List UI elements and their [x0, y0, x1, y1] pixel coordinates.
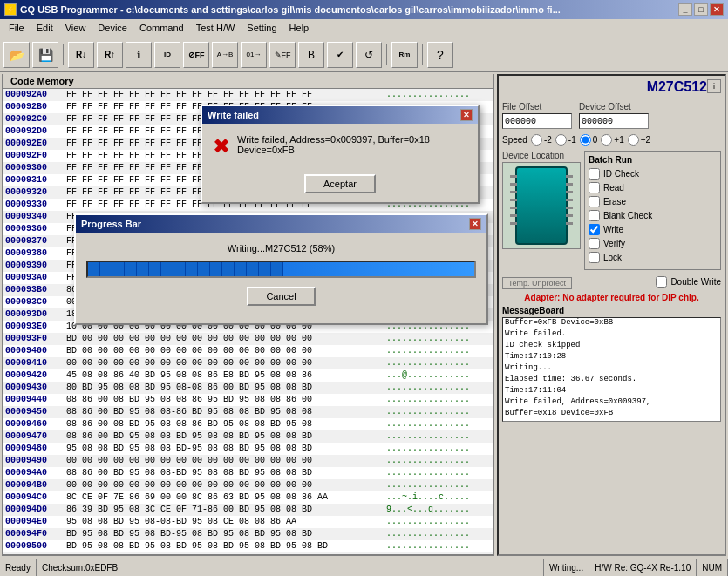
erase-btn[interactable]: ⊘FF — [183, 42, 209, 68]
speed-minus1[interactable] — [555, 134, 567, 146]
verify-btn[interactable]: ✔ — [327, 42, 353, 68]
speed-plus2[interactable] — [628, 134, 639, 146]
code-address: 000092D0 — [5, 125, 66, 138]
minimize-btn[interactable]: _ — [678, 3, 692, 16]
double-write-check[interactable] — [656, 276, 667, 288]
progress-segment — [161, 262, 173, 276]
code-ascii: ................ — [386, 467, 491, 479]
save-btn[interactable]: 💾 — [32, 42, 58, 68]
batch-write[interactable] — [589, 224, 600, 235]
write-failed-dialog: Write failed ✕ ✖ Write failed, Address=0… — [201, 105, 480, 204]
open-file-btn[interactable]: 📂 — [3, 42, 30, 68]
read-btn2[interactable]: R↑ — [97, 42, 123, 68]
code-address: 00009310 — [5, 174, 66, 186]
code-ascii: ................ — [386, 528, 491, 540]
code-address: 00009500 — [5, 540, 66, 552]
batch-id-check[interactable] — [589, 168, 600, 180]
temp-unprotect-btn[interactable]: Temp. Unprotect — [502, 277, 572, 289]
code-address: 000093A0 — [5, 272, 66, 284]
progress-close-btn[interactable]: ✕ — [469, 218, 481, 230]
batch-lock[interactable] — [589, 252, 600, 263]
messageboard-label: MessageBoard — [502, 306, 721, 315]
speed-plus1[interactable] — [601, 134, 612, 146]
copy-btn[interactable]: A→B — [212, 42, 238, 68]
code-hex: 00 00 00 00 00 00 00 00 00 00 00 00 00 0… — [66, 455, 386, 467]
code-hex: 00 00 00 00 00 00 00 00 00 00 00 00 00 0… — [66, 357, 386, 369]
table-row: 00009440 08 86 00 08 BD 95 08 08 86 95 B… — [3, 394, 493, 406]
table-row: 000094E0 95 08 08 BD 95 08-08-BD 95 08 C… — [3, 516, 493, 528]
code-address: 00009340 — [5, 211, 66, 223]
code-address: 00009490 — [5, 455, 66, 467]
code-ascii: ...@............ — [386, 369, 491, 382]
progress-segment — [210, 262, 222, 276]
aceptar-btn[interactable]: Aceptar — [304, 174, 376, 193]
speed-0[interactable] — [580, 134, 591, 146]
code-hex: 45 08 08 86 40 BD 95 08 08 86 E8 BD 95 0… — [66, 369, 386, 382]
code-address: 00009300 — [5, 162, 66, 174]
code-address: 00009480 — [5, 443, 66, 455]
menu-test-hw[interactable]: Test H/W — [191, 21, 241, 35]
id-check-btn[interactable]: ID — [154, 42, 180, 68]
write-failed-close-btn[interactable]: ✕ — [460, 109, 473, 121]
table-row: 00009470 08 86 00 BD 95 08 08 BD 95 08 0… — [3, 430, 493, 443]
code-address: 000092B0 — [5, 101, 66, 113]
status-bar: Ready Checksum:0xEDFB Writing... H/W Re:… — [0, 559, 728, 576]
menu-view[interactable]: View — [60, 21, 92, 35]
table-row: 00009430 80 BD 95 08 08 BD 95 08-08 86 0… — [3, 382, 493, 394]
code-ascii: ......- ..;... — [386, 552, 491, 554]
file-offset-label: File Offset — [502, 102, 572, 112]
menu-file[interactable]: File — [3, 21, 30, 35]
status-ready: Ready — [0, 559, 37, 576]
table-row: 00009480 95 08 08 BD 95 08 08 BD-95 08 0… — [3, 443, 493, 455]
chip-image — [515, 166, 568, 245]
code-address: 000092E0 — [5, 138, 66, 150]
help-btn[interactable]: ? — [427, 42, 453, 68]
table-row: 000094F0 BD 95 08 BD 95 08 BD-95 08 BD 9… — [3, 528, 493, 540]
code-address: 00009320 — [5, 186, 66, 199]
code-ascii: ................ — [386, 455, 491, 467]
batch-erase[interactable] — [589, 196, 600, 207]
code-address: 00009450 — [5, 406, 66, 418]
batch-blank-check[interactable] — [589, 210, 600, 221]
run-btn[interactable]: Rm — [391, 42, 418, 68]
menu-setting[interactable]: Setting — [242, 21, 282, 35]
speed-minus2[interactable] — [531, 134, 542, 146]
menu-device[interactable]: Device — [92, 21, 133, 35]
code-ascii: ...~.i....c..... — [386, 491, 491, 504]
read-device-btn[interactable]: R↓ — [68, 42, 94, 68]
menu-edit[interactable]: Edit — [31, 21, 58, 35]
info-btn[interactable]: ℹ — [126, 42, 152, 68]
device-offset-input[interactable] — [579, 113, 649, 129]
table-row: 000092A0 FF FF FF FF FF FF FF FF FF FF F… — [3, 89, 493, 101]
code-address: 000093C0 — [5, 296, 66, 308]
edit-btn[interactable]: ✎FF — [269, 42, 296, 68]
cancel-btn[interactable]: Cancel — [247, 287, 315, 306]
progress-segment — [88, 262, 100, 276]
code-address: 000094B0 — [5, 479, 66, 491]
code-memory-header: Code Memory — [3, 74, 493, 89]
batch-verify[interactable] — [589, 238, 600, 249]
device-location-label: Device Location — [502, 151, 581, 160]
chip-name: M27C512 — [647, 79, 707, 95]
batch-blank-check-row: Blank Check — [589, 210, 717, 221]
code-address: 00009410 — [5, 357, 66, 369]
list-item: Time:17:10:28 — [505, 351, 718, 363]
code-address: 00009370 — [5, 235, 66, 247]
batch-read[interactable] — [589, 182, 600, 193]
menu-help[interactable]: Help — [284, 21, 315, 35]
status-checksum: Checksum:0xEDFB — [37, 559, 544, 576]
messageboard[interactable]: Buffer=0xFB Device=0xBBWrite failed.ID c… — [502, 317, 721, 422]
file-offset-input[interactable] — [502, 113, 572, 129]
maximize-btn[interactable]: □ — [694, 3, 708, 16]
chip-info-btn[interactable]: i — [707, 79, 721, 93]
progress-title: Progress Bar ✕ — [76, 215, 486, 233]
code-address: 00009470 — [5, 430, 66, 443]
batch-write-row: Write — [589, 224, 717, 235]
menu-command[interactable]: Command — [134, 21, 189, 35]
auto-btn[interactable]: ↺ — [356, 42, 382, 68]
blank-check-btn[interactable]: B — [298, 42, 324, 68]
close-btn[interactable]: ✕ — [710, 3, 724, 16]
code-hex: 08 86 00 08 BD 95 08 08 86 BD 95 08 08 B… — [66, 418, 386, 430]
write-btn[interactable]: 01→ — [241, 42, 267, 68]
code-address: 000092C0 — [5, 113, 66, 125]
